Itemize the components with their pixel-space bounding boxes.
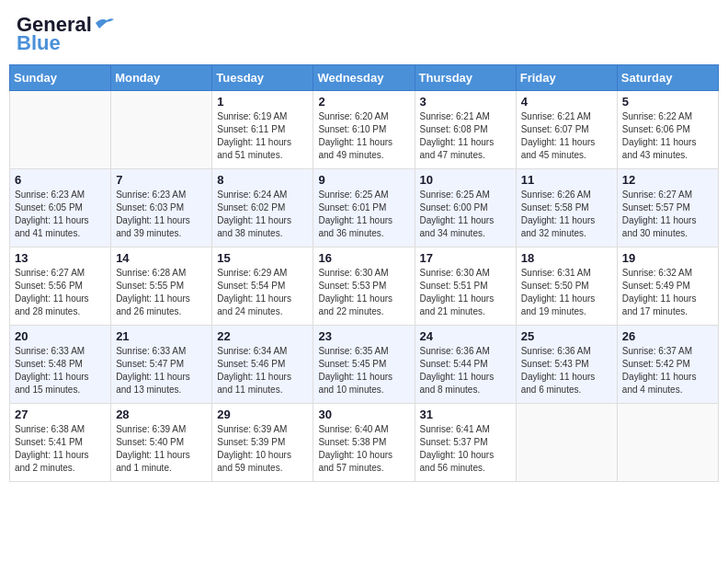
day-number: 12 xyxy=(622,173,713,187)
calendar-cell: 4Sunrise: 6:21 AMSunset: 6:07 PMDaylight… xyxy=(516,91,617,169)
calendar-cell xyxy=(111,91,212,169)
day-info: Sunrise: 6:26 AMSunset: 5:58 PMDaylight:… xyxy=(521,189,612,240)
day-number: 7 xyxy=(116,173,207,187)
calendar-cell: 24Sunrise: 6:36 AMSunset: 5:44 PMDayligh… xyxy=(415,326,516,404)
day-info: Sunrise: 6:33 AMSunset: 5:48 PMDaylight:… xyxy=(15,345,106,396)
day-info: Sunrise: 6:30 AMSunset: 5:51 PMDaylight:… xyxy=(420,267,511,318)
day-info: Sunrise: 6:32 AMSunset: 5:49 PMDaylight:… xyxy=(622,267,713,318)
logo: General Blue xyxy=(17,13,114,55)
calendar-cell: 16Sunrise: 6:30 AMSunset: 5:53 PMDayligh… xyxy=(313,247,415,326)
day-info: Sunrise: 6:36 AMSunset: 5:44 PMDaylight:… xyxy=(420,345,511,396)
day-info: Sunrise: 6:25 AMSunset: 6:01 PMDaylight:… xyxy=(318,189,409,240)
week-row-1: 1Sunrise: 6:19 AMSunset: 6:11 PMDaylight… xyxy=(10,91,719,169)
day-header-friday: Friday xyxy=(516,65,617,91)
day-number: 11 xyxy=(521,173,612,187)
week-row-4: 20Sunrise: 6:33 AMSunset: 5:48 PMDayligh… xyxy=(10,326,719,404)
calendar-cell: 8Sunrise: 6:24 AMSunset: 6:02 PMDaylight… xyxy=(212,169,313,247)
calendar-cell: 5Sunrise: 6:22 AMSunset: 6:06 PMDaylight… xyxy=(617,91,718,169)
day-number: 26 xyxy=(622,329,713,343)
calendar-cell: 14Sunrise: 6:28 AMSunset: 5:55 PMDayligh… xyxy=(111,247,212,326)
day-number: 2 xyxy=(318,95,409,109)
calendar-cell: 2Sunrise: 6:20 AMSunset: 6:10 PMDaylight… xyxy=(313,91,415,169)
day-header-sunday: Sunday xyxy=(10,65,111,91)
calendar-cell: 11Sunrise: 6:26 AMSunset: 5:58 PMDayligh… xyxy=(516,169,617,247)
day-number: 9 xyxy=(318,173,409,187)
day-number: 19 xyxy=(622,251,713,265)
day-info: Sunrise: 6:39 AMSunset: 5:39 PMDaylight:… xyxy=(217,423,308,475)
calendar-cell: 6Sunrise: 6:23 AMSunset: 6:05 PMDaylight… xyxy=(10,169,111,247)
day-number: 8 xyxy=(217,173,308,187)
day-number: 17 xyxy=(420,251,511,265)
day-info: Sunrise: 6:31 AMSunset: 5:50 PMDaylight:… xyxy=(521,267,612,318)
day-info: Sunrise: 6:37 AMSunset: 5:42 PMDaylight:… xyxy=(622,345,713,396)
calendar-cell: 31Sunrise: 6:41 AMSunset: 5:37 PMDayligh… xyxy=(415,404,516,482)
calendar-cell: 23Sunrise: 6:35 AMSunset: 5:45 PMDayligh… xyxy=(313,326,415,404)
day-header-wednesday: Wednesday xyxy=(313,65,415,91)
calendar-cell: 30Sunrise: 6:40 AMSunset: 5:38 PMDayligh… xyxy=(313,404,415,482)
day-info: Sunrise: 6:27 AMSunset: 5:57 PMDaylight:… xyxy=(622,189,713,240)
day-number: 6 xyxy=(15,173,106,187)
day-info: Sunrise: 6:40 AMSunset: 5:38 PMDaylight:… xyxy=(318,423,409,475)
calendar-cell: 1Sunrise: 6:19 AMSunset: 6:11 PMDaylight… xyxy=(212,91,313,169)
day-header-tuesday: Tuesday xyxy=(212,65,313,91)
day-number: 21 xyxy=(116,329,207,343)
logo-blue: Blue xyxy=(17,31,61,55)
day-number: 4 xyxy=(521,95,612,109)
day-info: Sunrise: 6:41 AMSunset: 5:37 PMDaylight:… xyxy=(420,423,511,475)
calendar-cell: 12Sunrise: 6:27 AMSunset: 5:57 PMDayligh… xyxy=(617,169,718,247)
calendar-cell: 26Sunrise: 6:37 AMSunset: 5:42 PMDayligh… xyxy=(617,326,718,404)
day-info: Sunrise: 6:29 AMSunset: 5:54 PMDaylight:… xyxy=(217,267,308,318)
day-number: 10 xyxy=(420,173,511,187)
calendar-cell xyxy=(10,91,111,169)
calendar-cell: 22Sunrise: 6:34 AMSunset: 5:46 PMDayligh… xyxy=(212,326,313,404)
day-number: 15 xyxy=(217,251,308,265)
calendar-header-row: SundayMondayTuesdayWednesdayThursdayFrid… xyxy=(10,65,719,91)
day-info: Sunrise: 6:30 AMSunset: 5:53 PMDaylight:… xyxy=(318,267,409,318)
day-info: Sunrise: 6:21 AMSunset: 6:07 PMDaylight:… xyxy=(521,110,612,162)
week-row-3: 13Sunrise: 6:27 AMSunset: 5:56 PMDayligh… xyxy=(10,247,719,326)
day-number: 14 xyxy=(116,251,207,265)
calendar-cell: 21Sunrise: 6:33 AMSunset: 5:47 PMDayligh… xyxy=(111,326,212,404)
day-info: Sunrise: 6:33 AMSunset: 5:47 PMDaylight:… xyxy=(116,345,207,396)
calendar-cell: 20Sunrise: 6:33 AMSunset: 5:48 PMDayligh… xyxy=(10,326,111,404)
day-info: Sunrise: 6:20 AMSunset: 6:10 PMDaylight:… xyxy=(318,110,409,162)
day-info: Sunrise: 6:24 AMSunset: 6:02 PMDaylight:… xyxy=(217,189,308,240)
calendar-cell: 15Sunrise: 6:29 AMSunset: 5:54 PMDayligh… xyxy=(212,247,313,326)
logo-bird-icon xyxy=(94,16,114,30)
calendar-cell: 29Sunrise: 6:39 AMSunset: 5:39 PMDayligh… xyxy=(212,404,313,482)
day-number: 1 xyxy=(217,95,308,109)
calendar-cell xyxy=(617,404,718,482)
day-number: 18 xyxy=(521,251,612,265)
calendar-cell: 13Sunrise: 6:27 AMSunset: 5:56 PMDayligh… xyxy=(10,247,111,326)
day-info: Sunrise: 6:27 AMSunset: 5:56 PMDaylight:… xyxy=(15,267,106,318)
calendar-cell: 28Sunrise: 6:39 AMSunset: 5:40 PMDayligh… xyxy=(111,404,212,482)
calendar-cell: 25Sunrise: 6:36 AMSunset: 5:43 PMDayligh… xyxy=(516,326,617,404)
day-number: 31 xyxy=(420,408,511,421)
page-header: General Blue xyxy=(9,9,719,59)
day-info: Sunrise: 6:36 AMSunset: 5:43 PMDaylight:… xyxy=(521,345,612,396)
calendar-cell: 3Sunrise: 6:21 AMSunset: 6:08 PMDaylight… xyxy=(415,91,516,169)
day-number: 13 xyxy=(15,251,106,265)
day-number: 20 xyxy=(15,329,106,343)
day-number: 3 xyxy=(420,95,511,109)
day-number: 22 xyxy=(217,329,308,343)
calendar-cell: 10Sunrise: 6:25 AMSunset: 6:00 PMDayligh… xyxy=(415,169,516,247)
day-info: Sunrise: 6:23 AMSunset: 6:05 PMDaylight:… xyxy=(15,189,106,240)
day-header-saturday: Saturday xyxy=(617,65,718,91)
week-row-2: 6Sunrise: 6:23 AMSunset: 6:05 PMDaylight… xyxy=(10,169,719,247)
day-number: 27 xyxy=(15,408,106,421)
calendar-cell: 7Sunrise: 6:23 AMSunset: 6:03 PMDaylight… xyxy=(111,169,212,247)
calendar-cell: 18Sunrise: 6:31 AMSunset: 5:50 PMDayligh… xyxy=(516,247,617,326)
day-number: 28 xyxy=(116,408,207,421)
day-header-monday: Monday xyxy=(111,65,212,91)
calendar-cell: 27Sunrise: 6:38 AMSunset: 5:41 PMDayligh… xyxy=(10,404,111,482)
day-info: Sunrise: 6:38 AMSunset: 5:41 PMDaylight:… xyxy=(15,423,106,475)
day-number: 24 xyxy=(420,329,511,343)
calendar-cell: 19Sunrise: 6:32 AMSunset: 5:49 PMDayligh… xyxy=(617,247,718,326)
day-number: 25 xyxy=(521,329,612,343)
day-info: Sunrise: 6:39 AMSunset: 5:40 PMDaylight:… xyxy=(116,423,207,475)
calendar-table: SundayMondayTuesdayWednesdayThursdayFrid… xyxy=(9,64,719,482)
day-info: Sunrise: 6:28 AMSunset: 5:55 PMDaylight:… xyxy=(116,267,207,318)
calendar-cell: 9Sunrise: 6:25 AMSunset: 6:01 PMDaylight… xyxy=(313,169,415,247)
day-info: Sunrise: 6:19 AMSunset: 6:11 PMDaylight:… xyxy=(217,110,308,162)
